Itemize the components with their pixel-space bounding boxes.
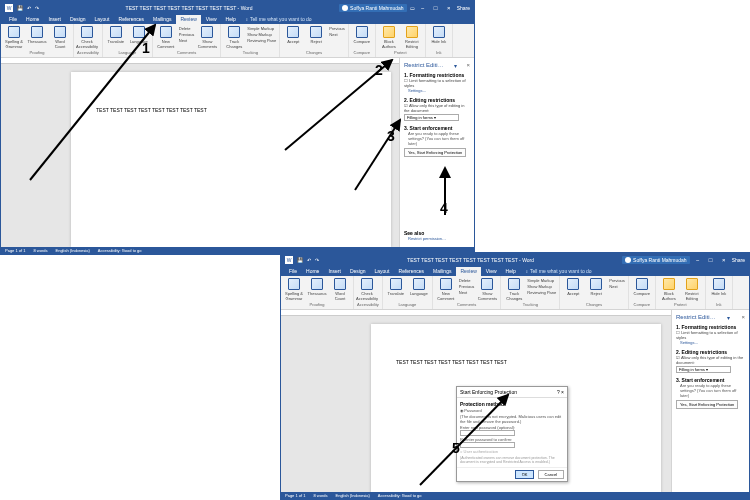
menubar: File Home Insert Design Layout Reference… bbox=[1, 15, 474, 24]
hide-ink-button[interactable]: Hide Ink bbox=[429, 26, 449, 44]
annotation-3: 3 bbox=[387, 128, 395, 144]
ok-button[interactable]: OK bbox=[515, 470, 535, 479]
changes-nav[interactable]: PreviousNext bbox=[329, 26, 345, 37]
minimize-icon[interactable]: − bbox=[418, 5, 428, 11]
tab-design[interactable]: Design bbox=[66, 15, 90, 24]
spelling-grammar-button[interactable]: Spelling & Grammar bbox=[4, 26, 24, 49]
formatting-settings-link[interactable]: Settings… bbox=[404, 88, 470, 93]
titlebar: W💾↶↷ TEST TEST TEST TEST TEST TEST TEST … bbox=[281, 253, 749, 267]
restrict-editing-pane: Restrict Editi… ▾ × 1. Formatting restri… bbox=[399, 58, 474, 249]
block-authors-button[interactable]: Block Authors bbox=[379, 26, 399, 49]
cancel-button[interactable]: Cancel bbox=[538, 470, 564, 479]
dialog-help-icon[interactable]: ? bbox=[557, 389, 560, 395]
qat-save-icon[interactable]: 💾 bbox=[17, 5, 23, 11]
tab-review[interactable]: Review bbox=[176, 15, 200, 24]
maximize-icon[interactable]: □ bbox=[431, 5, 441, 11]
page[interactable]: TEST TEST TEST TEST TEST TEST TEST TEST bbox=[71, 72, 391, 247]
dialog-close-icon[interactable]: × bbox=[561, 389, 564, 395]
ribbon: Spelling & Grammar Thesaurus Word Count … bbox=[1, 24, 474, 58]
word-count-button[interactable]: Word Count bbox=[50, 26, 70, 49]
annotation-1: 1 bbox=[142, 40, 150, 56]
document-text: TEST TEST TEST TEST TEST TEST TEST TEST bbox=[96, 107, 207, 113]
restrict-editing-button[interactable]: Restrict Editing bbox=[402, 26, 422, 49]
annotation-5: 5 bbox=[452, 440, 460, 456]
confirm-password-input[interactable] bbox=[460, 442, 515, 448]
maximize-icon[interactable]: □ bbox=[706, 257, 716, 263]
tab-help[interactable]: Help bbox=[222, 15, 240, 24]
translate-button[interactable]: Translate bbox=[106, 26, 126, 44]
formatting-checkbox[interactable]: ☐ Limit formatting to a selection of sty… bbox=[404, 78, 470, 88]
check-accessibility-button[interactable]: Check Accessibility bbox=[77, 26, 97, 49]
statusbar: Page 1 of 18 words English (Indonesia)Ac… bbox=[281, 492, 749, 499]
tracking-options[interactable]: Simple MarkupShow MarkupReviewing Pane bbox=[247, 26, 276, 43]
editing-checkbox[interactable]: ☑ Allow only this type of editing in the… bbox=[404, 103, 470, 113]
share-button[interactable]: Share bbox=[457, 5, 470, 11]
window-title: TEST TEST TEST TEST TEST TEST TEST TEST … bbox=[39, 5, 339, 11]
track-changes-button[interactable]: Track Changes bbox=[224, 26, 244, 49]
pane-dropdown-icon[interactable]: ▾ bbox=[454, 62, 457, 69]
titlebar: W 💾 ↶ ↷ TEST TEST TEST TEST TEST TEST TE… bbox=[1, 1, 474, 15]
document-area: TEST TEST TEST TEST TEST TEST TEST TEST … bbox=[281, 310, 671, 492]
accept-button[interactable]: Accept bbox=[283, 26, 303, 44]
tab-layout[interactable]: Layout bbox=[91, 15, 114, 24]
userauth-radio: ○ User authentication bbox=[460, 449, 564, 454]
annotation-2: 2 bbox=[375, 62, 383, 78]
editing-type-select[interactable]: Filling in forms ▾ bbox=[404, 114, 459, 121]
tab-insert[interactable]: Insert bbox=[44, 15, 65, 24]
tab-mailings[interactable]: Mailings bbox=[149, 15, 175, 24]
qat-undo-icon[interactable]: ↶ bbox=[27, 5, 31, 11]
thesaurus-button[interactable]: Thesaurus bbox=[27, 26, 47, 44]
restrict-editing-pane: Restrict Editi…▾× 1. Formatting restrict… bbox=[671, 310, 749, 494]
compare-button[interactable]: Compare bbox=[352, 26, 372, 44]
show-comments-button[interactable]: Show Comments bbox=[197, 26, 217, 49]
word-window-2: W💾↶↷ TEST TEST TEST TEST TEST TEST TEST … bbox=[280, 252, 750, 500]
minimize-icon[interactable]: − bbox=[693, 257, 703, 263]
ribbon: Spelling & Grammar Thesaurus Word Count … bbox=[281, 276, 749, 310]
password-input[interactable] bbox=[460, 430, 515, 436]
ribbon-options-icon[interactable]: ▭ bbox=[410, 5, 415, 11]
tell-me[interactable]: ♀ Tell me what you want to do bbox=[241, 15, 316, 24]
window-title: TEST TEST TEST TEST TEST TEST TEST TEST … bbox=[319, 257, 622, 263]
user-badge[interactable]: Soffya Ranti Mahmudah bbox=[339, 4, 407, 12]
pane-close-icon[interactable]: × bbox=[466, 62, 470, 69]
comment-nav[interactable]: DeletePreviousNext bbox=[179, 26, 195, 43]
annotation-4: 4 bbox=[440, 200, 448, 216]
tab-view[interactable]: View bbox=[202, 15, 221, 24]
tab-home[interactable]: Home bbox=[22, 15, 43, 24]
close-icon[interactable]: × bbox=[444, 5, 454, 11]
ruler[interactable] bbox=[281, 310, 671, 316]
reject-button[interactable]: Reject bbox=[306, 26, 326, 44]
word-window-1: W 💾 ↶ ↷ TEST TEST TEST TEST TEST TEST TE… bbox=[0, 0, 475, 255]
new-comment-button[interactable]: New Comment bbox=[156, 26, 176, 49]
start-enforcing-dialog: Start Enforcing Protection ? × Protectio… bbox=[456, 386, 568, 482]
close-icon[interactable]: × bbox=[719, 257, 729, 263]
document-text: TEST TEST TEST TEST TEST TEST TEST TEST bbox=[396, 359, 507, 365]
tab-references[interactable]: References bbox=[115, 15, 149, 24]
password-radio[interactable]: ◉ Password bbox=[460, 408, 564, 413]
user-badge[interactable]: Soffya Ranti Mahmudah bbox=[622, 256, 690, 264]
start-enforcing-button[interactable]: Yes, Start Enforcing Protection bbox=[404, 148, 466, 157]
menubar: FileHome InsertDesign LayoutReferences M… bbox=[281, 267, 749, 276]
tab-file[interactable]: File bbox=[5, 15, 21, 24]
restrict-permission-link[interactable]: Restrict permission… bbox=[404, 236, 446, 241]
word-icon: W bbox=[5, 4, 13, 12]
